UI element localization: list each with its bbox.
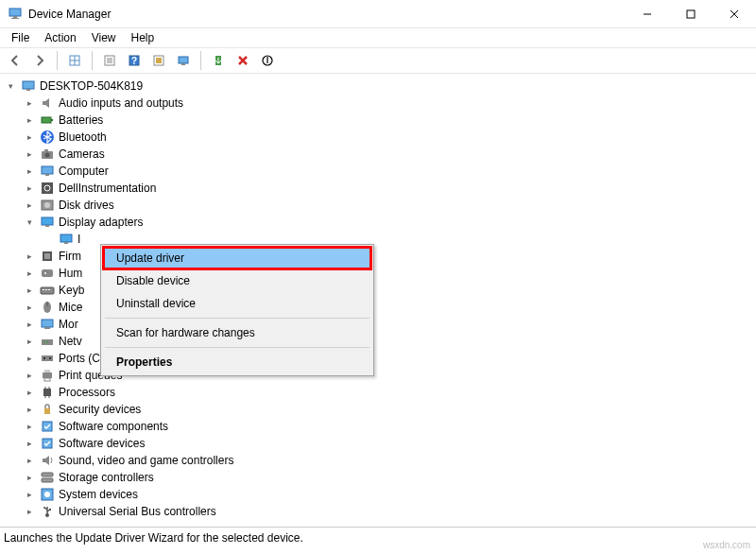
software-icon [40, 436, 55, 451]
tree-category[interactable]: ▸Bluetooth [0, 129, 756, 146]
svg-rect-51 [44, 327, 50, 329]
chevron-right-icon[interactable]: ▸ [23, 386, 36, 399]
display-icon [40, 215, 55, 230]
svg-rect-57 [49, 357, 51, 359]
show-hidden-button[interactable] [63, 49, 86, 72]
tree-category[interactable]: ▸System devices [0, 486, 756, 503]
svg-rect-60 [44, 378, 50, 381]
tree-category-label: Batteries [59, 113, 103, 127]
tree-category[interactable]: ▸Batteries [0, 112, 756, 129]
tree-category-label: Firm [59, 250, 81, 263]
tree-category[interactable]: ▸Software devices [0, 435, 756, 452]
disk-icon [40, 198, 55, 213]
tree-category[interactable]: ▸Software components [0, 418, 756, 435]
menu-action[interactable]: Action [37, 29, 83, 46]
tree-root[interactable]: ▾DESKTOP-504K819 [0, 78, 756, 95]
svg-point-53 [43, 341, 45, 343]
svg-point-35 [44, 202, 50, 208]
svg-rect-23 [26, 89, 30, 91]
help-button[interactable]: ? [123, 49, 146, 72]
chevron-right-icon[interactable]: ▸ [23, 335, 36, 348]
chevron-right-icon[interactable]: ▸ [23, 505, 36, 518]
minimize-button[interactable] [626, 0, 669, 28]
chevron-right-icon[interactable]: ▸ [23, 318, 36, 331]
ctx-uninstall-device[interactable]: Uninstall device [103, 292, 371, 315]
uninstall-button[interactable] [232, 49, 254, 72]
ctx-separator [105, 318, 369, 319]
titlebar: Device Manager [0, 0, 756, 28]
display-icon [59, 232, 74, 247]
menu-file[interactable]: File [4, 29, 37, 46]
tree-category[interactable]: ▸Audio inputs and outputs [0, 95, 756, 112]
menu-help[interactable]: Help [124, 29, 163, 46]
forward-button[interactable] [28, 49, 51, 72]
chevron-right-icon[interactable]: ▸ [23, 113, 36, 127]
chevron-down-icon[interactable]: ▾ [4, 79, 17, 93]
chevron-right-icon[interactable]: ▸ [23, 250, 36, 263]
chevron-right-icon[interactable]: ▸ [23, 182, 36, 195]
chevron-right-icon[interactable]: ▸ [23, 369, 36, 382]
tree-category[interactable]: ▸Cameras [0, 146, 756, 163]
chevron-right-icon[interactable]: ▸ [23, 199, 36, 212]
chevron-right-icon[interactable]: ▸ [23, 454, 36, 467]
tree-category-label: Storage controllers [59, 471, 154, 484]
tree-category[interactable]: ▸Storage controllers [0, 469, 756, 486]
tree-root-label: DESKTOP-504K819 [40, 79, 143, 93]
disable-button[interactable] [256, 49, 279, 72]
chevron-right-icon[interactable]: ▸ [23, 96, 36, 110]
close-button[interactable] [713, 0, 756, 28]
tree-category[interactable]: ▸Security devices [0, 401, 756, 418]
svg-rect-55 [42, 355, 53, 361]
tree-category[interactable]: ▾Display adapters [0, 214, 756, 231]
chevron-right-icon[interactable]: ▸ [23, 130, 36, 144]
tree-category[interactable]: ▸Disk drives [0, 197, 756, 214]
back-button[interactable] [4, 49, 26, 72]
tree-category[interactable]: ▸DellInstrumentation [0, 180, 756, 197]
tree-category[interactable]: ▸Sound, video and game controllers [0, 452, 756, 469]
svg-rect-22 [23, 81, 34, 89]
tree-category-label: Security devices [59, 403, 141, 416]
svg-rect-0 [9, 9, 21, 16]
chevron-right-icon[interactable]: ▸ [23, 437, 36, 450]
chevron-right-icon[interactable]: ▸ [23, 267, 36, 280]
tree-category-label: Bluetooth [59, 130, 107, 144]
ctx-update-driver[interactable]: Update driver [103, 247, 371, 269]
ctx-properties[interactable]: Properties [103, 351, 371, 373]
maximize-button[interactable] [669, 0, 713, 28]
chevron-right-icon[interactable]: ▸ [23, 420, 36, 433]
tree-category[interactable]: ▸Computer [0, 163, 756, 180]
battery-icon [40, 113, 55, 128]
hid-icon [40, 266, 55, 281]
chevron-right-icon[interactable]: ▸ [23, 284, 36, 297]
menu-view[interactable]: View [84, 29, 124, 46]
scan-button[interactable] [172, 49, 195, 72]
ctx-scan-hardware[interactable]: Scan for hardware changes [103, 321, 371, 344]
tree-category-label: Processors [59, 386, 115, 399]
tree-category-label: Hum [59, 267, 82, 280]
chevron-down-icon[interactable]: ▾ [23, 216, 36, 229]
software-icon [40, 419, 55, 434]
svg-rect-66 [44, 408, 50, 414]
tree-category[interactable]: ▸Processors [0, 384, 756, 401]
chevron-right-icon[interactable]: ▸ [23, 488, 36, 501]
chevron-right-icon[interactable]: ▸ [23, 352, 36, 365]
statusbar: Launches the Update Driver Wizard for th… [0, 528, 756, 548]
speaker-icon [40, 95, 55, 111]
properties-button[interactable] [98, 49, 121, 72]
tree-category[interactable]: ▸Universal Serial Bus controllers [0, 503, 756, 520]
chevron-right-icon[interactable]: ▸ [23, 147, 36, 161]
chevron-right-icon[interactable]: ▸ [23, 164, 36, 178]
svg-point-28 [45, 153, 50, 158]
watermark: wsxdn.com [703, 540, 750, 550]
chevron-right-icon[interactable]: ▸ [23, 471, 36, 484]
chevron-right-icon[interactable]: ▸ [23, 403, 36, 416]
printer-icon [40, 368, 55, 383]
toolbar-separator [92, 51, 93, 70]
svg-rect-31 [45, 174, 49, 176]
window-controls [626, 0, 756, 28]
update-driver-button[interactable] [207, 49, 230, 72]
chevron-right-icon[interactable]: ▸ [23, 301, 36, 314]
ctx-disable-device[interactable]: Disable device [103, 269, 371, 292]
svg-rect-17 [156, 58, 162, 63]
action-button[interactable] [147, 49, 170, 72]
